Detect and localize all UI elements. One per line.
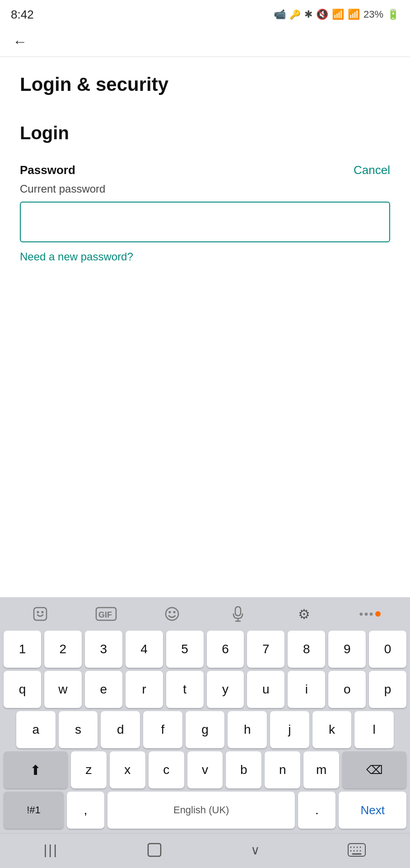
key-j[interactable]: j bbox=[270, 711, 309, 748]
keyboard: GIF ⚙ ••• 1 2 3 4 5 6 7 8 9 0 q bbox=[0, 597, 410, 868]
password-label: Password bbox=[20, 163, 75, 177]
battery-percent: 23% bbox=[363, 9, 383, 20]
key-9[interactable]: 9 bbox=[328, 631, 366, 668]
key-p[interactable]: p bbox=[369, 671, 406, 708]
key-z[interactable]: z bbox=[71, 751, 107, 788]
backspace-key[interactable]: ⌫ bbox=[342, 751, 406, 788]
key-o[interactable]: o bbox=[328, 671, 366, 708]
signal-icon: 📶 bbox=[348, 9, 360, 20]
svg-rect-8 bbox=[235, 607, 241, 616]
key-b[interactable]: b bbox=[226, 751, 261, 788]
section-title: Login bbox=[20, 123, 390, 143]
key-s[interactable]: s bbox=[59, 711, 98, 748]
gif-button[interactable]: GIF bbox=[73, 602, 139, 626]
gear-button[interactable]: ⚙ bbox=[271, 602, 337, 626]
back-button[interactable]: ← bbox=[13, 33, 27, 50]
period-key[interactable]: . bbox=[298, 792, 335, 829]
menu-button[interactable]: ||| bbox=[44, 842, 58, 858]
key-2[interactable]: 2 bbox=[44, 631, 82, 668]
key-a[interactable]: a bbox=[16, 711, 56, 748]
more-button[interactable]: ••• bbox=[337, 602, 403, 626]
key-n[interactable]: n bbox=[265, 751, 300, 788]
field-header: Password Cancel bbox=[20, 163, 390, 177]
key-y[interactable]: y bbox=[207, 671, 244, 708]
key-i[interactable]: i bbox=[288, 671, 325, 708]
symbol-key[interactable]: !#1 bbox=[4, 792, 64, 829]
key-g[interactable]: g bbox=[186, 711, 225, 748]
keyboard-rows: 1 2 3 4 5 6 7 8 9 0 q w e r t y u i o p … bbox=[0, 629, 410, 829]
svg-text:GIF: GIF bbox=[98, 610, 112, 619]
key-h[interactable]: h bbox=[228, 711, 267, 748]
vpn-icon: 🔑 bbox=[289, 9, 301, 20]
key-0[interactable]: 0 bbox=[369, 631, 406, 668]
key-w[interactable]: w bbox=[44, 671, 82, 708]
row-qwerty: q w e r t y u i o p bbox=[4, 671, 406, 708]
svg-point-6 bbox=[169, 611, 171, 613]
key-k[interactable]: k bbox=[312, 711, 352, 748]
bottom-nav: ||| ∨ bbox=[0, 833, 410, 868]
wifi-icon: 📶 bbox=[332, 9, 344, 20]
emoji-button[interactable] bbox=[139, 602, 205, 626]
key-e[interactable]: e bbox=[85, 671, 122, 708]
mute-icon: 🔇 bbox=[316, 9, 328, 20]
svg-point-5 bbox=[166, 608, 178, 620]
svg-point-7 bbox=[173, 611, 176, 613]
key-1[interactable]: 1 bbox=[4, 631, 41, 668]
keyboard-button[interactable] bbox=[347, 842, 366, 858]
space-key[interactable]: English (UK) bbox=[107, 792, 295, 829]
battery-icon: 🔋 bbox=[387, 9, 399, 20]
key-3[interactable]: 3 bbox=[85, 631, 122, 668]
key-m[interactable]: m bbox=[303, 751, 339, 788]
key-u[interactable]: u bbox=[247, 671, 284, 708]
svg-point-2 bbox=[42, 611, 44, 613]
page-title: Login & security bbox=[20, 73, 390, 96]
bluetooth-icon: ✱ bbox=[304, 9, 312, 20]
top-nav: ← bbox=[0, 27, 410, 57]
video-icon: 📹 bbox=[274, 9, 286, 20]
key-r[interactable]: r bbox=[126, 671, 163, 708]
key-q[interactable]: q bbox=[4, 671, 41, 708]
key-6[interactable]: 6 bbox=[207, 631, 244, 668]
key-v[interactable]: v bbox=[187, 751, 223, 788]
sticker-button[interactable] bbox=[7, 602, 73, 626]
status-time: 8:42 bbox=[11, 8, 34, 22]
row-asdf: a s d f g h j k l bbox=[4, 711, 406, 748]
status-bar: 8:42 📹 🔑 ✱ 🔇 📶 📶 23% 🔋 bbox=[0, 0, 410, 27]
keyboard-toolbar: GIF ⚙ ••• bbox=[0, 597, 410, 629]
next-key[interactable]: Next bbox=[339, 792, 406, 829]
home-button[interactable] bbox=[145, 841, 163, 859]
cancel-button[interactable]: Cancel bbox=[354, 163, 390, 177]
key-l[interactable]: l bbox=[354, 711, 394, 748]
key-d[interactable]: d bbox=[101, 711, 140, 748]
password-input[interactable] bbox=[20, 202, 390, 242]
current-password-label: Current password bbox=[20, 183, 390, 195]
key-7[interactable]: 7 bbox=[247, 631, 284, 668]
comma-key[interactable]: , bbox=[67, 792, 104, 829]
key-5[interactable]: 5 bbox=[166, 631, 204, 668]
number-row: 1 2 3 4 5 6 7 8 9 0 bbox=[4, 631, 406, 668]
mic-button[interactable] bbox=[205, 602, 271, 626]
svg-rect-11 bbox=[148, 844, 161, 856]
bottom-row: !#1 , English (UK) . Next bbox=[4, 792, 406, 829]
key-8[interactable]: 8 bbox=[288, 631, 325, 668]
svg-rect-0 bbox=[34, 608, 47, 620]
key-f[interactable]: f bbox=[143, 711, 182, 748]
key-t[interactable]: t bbox=[166, 671, 204, 708]
page-content: Login & security Login Password Cancel C… bbox=[0, 57, 410, 272]
status-icons: 📹 🔑 ✱ 🔇 📶 📶 23% 🔋 bbox=[274, 9, 399, 20]
key-c[interactable]: c bbox=[149, 751, 184, 788]
back-nav-button[interactable]: ∨ bbox=[251, 843, 260, 858]
svg-point-1 bbox=[37, 611, 39, 613]
key-4[interactable]: 4 bbox=[126, 631, 163, 668]
key-x[interactable]: x bbox=[110, 751, 145, 788]
row-zxcvbnm: ⬆ z x c v b n m ⌫ bbox=[4, 751, 406, 788]
shift-key[interactable]: ⬆ bbox=[4, 751, 68, 788]
forgot-password-link[interactable]: Need a new password? bbox=[20, 250, 133, 263]
